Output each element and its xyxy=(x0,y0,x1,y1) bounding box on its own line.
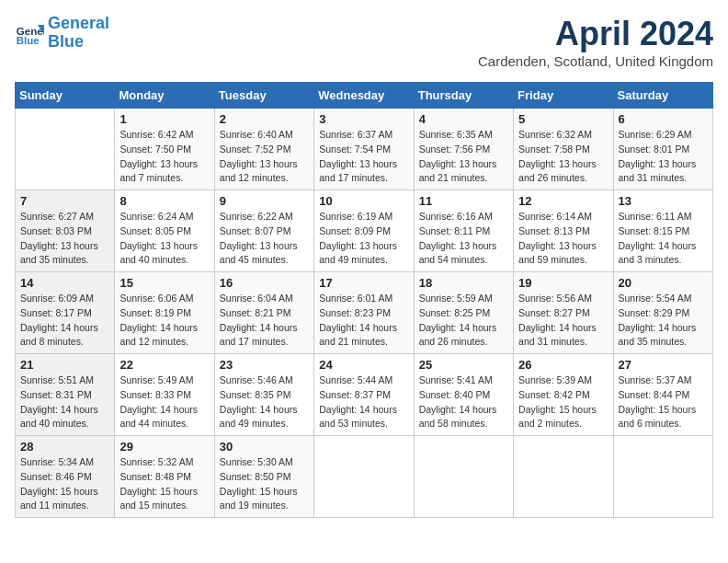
calendar-week-row: 28Sunrise: 5:34 AM Sunset: 8:46 PM Dayli… xyxy=(16,436,713,518)
calendar-cell xyxy=(414,436,513,518)
day-info: Sunrise: 6:06 AM Sunset: 8:19 PM Dayligh… xyxy=(119,292,209,350)
day-info: Sunrise: 5:51 AM Sunset: 8:31 PM Dayligh… xyxy=(20,373,109,431)
logo: General Blue GeneralBlue xyxy=(15,15,109,52)
day-info: Sunrise: 5:39 AM Sunset: 8:42 PM Dayligh… xyxy=(518,373,608,431)
calendar-cell: 1Sunrise: 6:42 AM Sunset: 7:50 PM Daylig… xyxy=(115,109,214,190)
day-number: 16 xyxy=(220,276,309,290)
day-number: 3 xyxy=(319,112,408,126)
day-number: 14 xyxy=(20,276,109,290)
day-number: 15 xyxy=(119,276,209,290)
calendar-cell: 4Sunrise: 6:35 AM Sunset: 7:56 PM Daylig… xyxy=(414,109,513,190)
day-info: Sunrise: 5:54 AM Sunset: 8:29 PM Dayligh… xyxy=(619,292,708,350)
day-info: Sunrise: 6:09 AM Sunset: 8:17 PM Dayligh… xyxy=(20,292,109,350)
column-header-monday: Monday xyxy=(115,83,214,109)
calendar-cell: 29Sunrise: 5:32 AM Sunset: 8:48 PM Dayli… xyxy=(115,436,214,518)
month-title: April 2024 xyxy=(478,15,713,53)
day-info: Sunrise: 6:11 AM Sunset: 8:15 PM Dayligh… xyxy=(619,210,708,268)
day-number: 21 xyxy=(20,358,109,372)
day-number: 19 xyxy=(518,276,608,290)
calendar-cell xyxy=(613,436,712,518)
day-info: Sunrise: 6:01 AM Sunset: 8:23 PM Dayligh… xyxy=(319,292,408,350)
day-number: 22 xyxy=(119,358,209,372)
day-number: 10 xyxy=(319,194,408,208)
day-number: 25 xyxy=(419,358,508,372)
day-info: Sunrise: 5:41 AM Sunset: 8:40 PM Dayligh… xyxy=(419,373,508,431)
calendar-cell: 5Sunrise: 6:32 AM Sunset: 7:58 PM Daylig… xyxy=(514,109,613,190)
day-number: 11 xyxy=(419,194,508,208)
day-info: Sunrise: 6:29 AM Sunset: 8:01 PM Dayligh… xyxy=(619,128,708,186)
calendar-cell: 30Sunrise: 5:30 AM Sunset: 8:50 PM Dayli… xyxy=(214,436,313,518)
day-number: 29 xyxy=(119,440,209,454)
day-number: 23 xyxy=(220,358,309,372)
calendar-cell: 13Sunrise: 6:11 AM Sunset: 8:15 PM Dayli… xyxy=(613,190,712,272)
day-info: Sunrise: 5:46 AM Sunset: 8:35 PM Dayligh… xyxy=(220,373,309,431)
day-number: 28 xyxy=(20,440,109,454)
day-number: 18 xyxy=(419,276,508,290)
day-info: Sunrise: 5:49 AM Sunset: 8:33 PM Dayligh… xyxy=(119,373,209,431)
day-info: Sunrise: 6:27 AM Sunset: 8:03 PM Dayligh… xyxy=(20,210,109,268)
calendar-cell: 6Sunrise: 6:29 AM Sunset: 8:01 PM Daylig… xyxy=(613,109,712,190)
calendar-cell: 27Sunrise: 5:37 AM Sunset: 8:44 PM Dayli… xyxy=(613,354,712,436)
column-header-saturday: Saturday xyxy=(613,83,712,109)
day-info: Sunrise: 6:19 AM Sunset: 8:09 PM Dayligh… xyxy=(319,210,408,268)
day-number: 17 xyxy=(319,276,408,290)
column-header-thursday: Thursday xyxy=(414,83,513,109)
day-info: Sunrise: 5:34 AM Sunset: 8:46 PM Dayligh… xyxy=(20,455,109,513)
calendar-cell: 26Sunrise: 5:39 AM Sunset: 8:42 PM Dayli… xyxy=(514,354,613,436)
calendar-cell: 12Sunrise: 6:14 AM Sunset: 8:13 PM Dayli… xyxy=(514,190,613,272)
calendar-cell: 21Sunrise: 5:51 AM Sunset: 8:31 PM Dayli… xyxy=(16,354,115,436)
day-info: Sunrise: 6:40 AM Sunset: 7:52 PM Dayligh… xyxy=(220,128,309,186)
day-info: Sunrise: 6:37 AM Sunset: 7:54 PM Dayligh… xyxy=(319,128,408,186)
day-info: Sunrise: 6:42 AM Sunset: 7:50 PM Dayligh… xyxy=(119,128,209,186)
calendar-cell: 16Sunrise: 6:04 AM Sunset: 8:21 PM Dayli… xyxy=(214,272,313,354)
day-info: Sunrise: 5:30 AM Sunset: 8:50 PM Dayligh… xyxy=(220,455,309,513)
calendar-cell: 24Sunrise: 5:44 AM Sunset: 8:37 PM Dayli… xyxy=(314,354,414,436)
calendar-week-row: 1Sunrise: 6:42 AM Sunset: 7:50 PM Daylig… xyxy=(16,109,713,190)
logo-text: GeneralBlue xyxy=(48,15,109,52)
day-number: 20 xyxy=(619,276,708,290)
calendar-table: SundayMondayTuesdayWednesdayThursdayFrid… xyxy=(15,82,713,518)
day-number: 8 xyxy=(119,194,209,208)
day-number: 6 xyxy=(619,112,708,126)
calendar-cell: 28Sunrise: 5:34 AM Sunset: 8:46 PM Dayli… xyxy=(16,436,115,518)
day-number: 4 xyxy=(419,112,508,126)
calendar-cell xyxy=(314,436,414,518)
calendar-cell: 3Sunrise: 6:37 AM Sunset: 7:54 PM Daylig… xyxy=(314,109,414,190)
day-number: 26 xyxy=(518,358,608,372)
calendar-cell: 23Sunrise: 5:46 AM Sunset: 8:35 PM Dayli… xyxy=(214,354,313,436)
calendar-cell: 18Sunrise: 5:59 AM Sunset: 8:25 PM Dayli… xyxy=(414,272,513,354)
calendar-cell: 19Sunrise: 5:56 AM Sunset: 8:27 PM Dayli… xyxy=(514,272,613,354)
day-info: Sunrise: 6:04 AM Sunset: 8:21 PM Dayligh… xyxy=(220,292,309,350)
day-info: Sunrise: 5:59 AM Sunset: 8:25 PM Dayligh… xyxy=(419,292,508,350)
day-number: 1 xyxy=(119,112,209,126)
day-info: Sunrise: 6:16 AM Sunset: 8:11 PM Dayligh… xyxy=(419,210,508,268)
column-header-sunday: Sunday xyxy=(16,83,115,109)
calendar-cell: 22Sunrise: 5:49 AM Sunset: 8:33 PM Dayli… xyxy=(115,354,214,436)
calendar-cell xyxy=(514,436,613,518)
day-number: 9 xyxy=(220,194,309,208)
calendar-cell: 14Sunrise: 6:09 AM Sunset: 8:17 PM Dayli… xyxy=(16,272,115,354)
day-info: Sunrise: 5:56 AM Sunset: 8:27 PM Dayligh… xyxy=(518,292,608,350)
day-number: 30 xyxy=(220,440,309,454)
svg-text:Blue: Blue xyxy=(17,35,40,46)
calendar-cell: 2Sunrise: 6:40 AM Sunset: 7:52 PM Daylig… xyxy=(214,109,313,190)
calendar-cell: 20Sunrise: 5:54 AM Sunset: 8:29 PM Dayli… xyxy=(613,272,712,354)
calendar-cell: 11Sunrise: 6:16 AM Sunset: 8:11 PM Dayli… xyxy=(414,190,513,272)
calendar-cell xyxy=(16,109,115,190)
page-header: General Blue GeneralBlue April 2024 Card… xyxy=(15,15,713,78)
day-info: Sunrise: 5:37 AM Sunset: 8:44 PM Dayligh… xyxy=(619,373,708,431)
column-header-tuesday: Tuesday xyxy=(214,83,313,109)
calendar-cell: 17Sunrise: 6:01 AM Sunset: 8:23 PM Dayli… xyxy=(314,272,414,354)
column-header-friday: Friday xyxy=(514,83,613,109)
calendar-cell: 7Sunrise: 6:27 AM Sunset: 8:03 PM Daylig… xyxy=(16,190,115,272)
calendar-cell: 10Sunrise: 6:19 AM Sunset: 8:09 PM Dayli… xyxy=(314,190,414,272)
day-number: 2 xyxy=(220,112,309,126)
logo-icon: General Blue xyxy=(15,18,44,48)
day-number: 5 xyxy=(518,112,608,126)
day-info: Sunrise: 5:32 AM Sunset: 8:48 PM Dayligh… xyxy=(119,455,209,513)
day-info: Sunrise: 6:14 AM Sunset: 8:13 PM Dayligh… xyxy=(518,210,608,268)
day-number: 27 xyxy=(619,358,708,372)
column-header-wednesday: Wednesday xyxy=(314,83,414,109)
location-subtitle: Cardenden, Scotland, United Kingdom xyxy=(478,53,713,69)
day-number: 24 xyxy=(319,358,408,372)
